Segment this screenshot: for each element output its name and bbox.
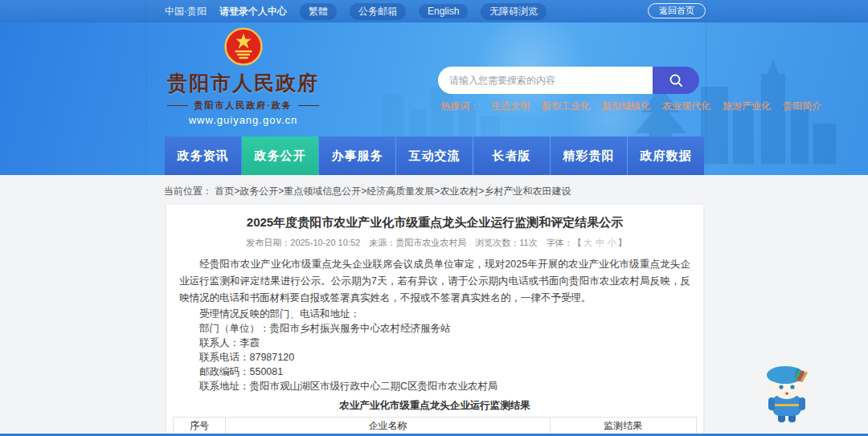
national-emblem-icon xyxy=(224,27,263,66)
hot-search-link-6[interactable]: 贵阳简介 xyxy=(783,100,821,113)
hot-search-link-5[interactable]: 旅游产业化 xyxy=(723,100,771,113)
page-column-right-edge xyxy=(706,0,706,175)
article-paragraph: 经贵阳市农业产业化市级重点龙头企业联席会议成员单位审定，现对2025年开展的农业… xyxy=(179,256,690,307)
topbar-links: 中国·贵阳 请登录个人中心 繁體 公务邮箱 English 无障碍浏览 xyxy=(165,0,547,22)
login-link[interactable]: 请登录个人中心 xyxy=(219,5,287,18)
site-url: www.guiyang.gov.cn xyxy=(165,114,321,126)
col-header-index: 序号 xyxy=(174,418,226,435)
font-size-large-button[interactable]: 大 xyxy=(583,238,592,247)
article-source: 来源：贵阳市农业农村局 xyxy=(369,238,466,247)
top-utility-bar: 中国·贵阳 请登录个人中心 繁體 公务邮箱 English 无障碍浏览 返回首页 xyxy=(0,0,868,22)
breadcrumb-path[interactable]: 首页>政务公开>重点领域信息公开>经济高质量发展>农业农村>乡村产业和农田建设 xyxy=(215,185,571,197)
nav-item-gov-data[interactable]: 政府数据 xyxy=(628,137,704,175)
tagline-right-rule xyxy=(298,105,319,106)
nav-item-highlights[interactable]: 精彩贵阳 xyxy=(551,137,627,175)
font-bracket-open: 【 xyxy=(573,238,582,247)
hot-search-label: 热搜词： xyxy=(440,100,479,113)
font-size-medium-button[interactable]: 中 xyxy=(596,238,604,247)
search-icon xyxy=(668,72,684,88)
article-body: 经贵阳市农业产业化市级重点龙头企业联席会议成员单位审定，现对2025年开展的农业… xyxy=(179,256,690,393)
hot-search-link-3[interactable]: 新型城镇化 xyxy=(602,100,650,113)
nav-item-news[interactable]: 政务资讯 xyxy=(165,137,241,175)
contact-address-line: 联系地址：贵阳市观山湖区市级行政中心二期C区贵阳市农业农村局 xyxy=(179,379,690,393)
region-link[interactable]: 中国·贵阳 xyxy=(165,5,207,18)
publish-date: 发布日期：2025-10-20 10:52 xyxy=(246,238,360,247)
traditional-chinese-link[interactable]: 繁體 xyxy=(300,3,337,20)
search-input[interactable] xyxy=(438,67,653,94)
contact-phone-line: 联系电话：87987120 xyxy=(179,350,690,365)
view-count: 浏览次数：11次 xyxy=(475,238,537,247)
assistant-mascot-icon[interactable] xyxy=(762,361,812,426)
page-column-left-edge xyxy=(145,0,146,175)
font-bracket-close: 】 xyxy=(618,238,627,247)
accessibility-link[interactable]: 无障碍浏览 xyxy=(481,3,547,20)
article-card: 2025年度贵阳市农业产业化市级重点龙头企业运行监测和评定结果公示 发布日期：2… xyxy=(166,205,703,436)
nav-item-services[interactable]: 办事服务 xyxy=(319,137,395,175)
site-tagline-row: 贵阳市人民政府·政务 xyxy=(165,100,321,112)
site-tagline: 贵阳市人民政府·政务 xyxy=(194,100,293,112)
nav-item-senior-version[interactable]: 长者版 xyxy=(473,137,550,175)
hot-search-link-2[interactable]: 新型工业化 xyxy=(542,100,590,113)
breadcrumb: 当前位置： 首页>政务公开>重点领域信息公开>经济高质量发展>农业农村>乡村产业… xyxy=(164,185,571,198)
monitor-table-caption: 农业产业化市级重点龙头企业运行监测结果 xyxy=(166,399,703,413)
hot-search-row: 热搜词： 生态文明 新型工业化 新型城镇化 农业现代化 旅游产业化 贵阳简介 xyxy=(440,100,821,113)
article-title: 2025年度贵阳市农业产业化市级重点龙头企业运行监测和评定结果公示 xyxy=(202,215,668,230)
official-mail-link[interactable]: 公务邮箱 xyxy=(350,3,406,20)
font-size-label: 字体： xyxy=(547,238,573,247)
contact-person-line: 联系人：李霞 xyxy=(179,336,690,350)
english-link[interactable]: English xyxy=(419,4,468,18)
search-button[interactable] xyxy=(653,67,699,94)
font-size-small-button[interactable]: 小 xyxy=(608,238,616,247)
tagline-left-rule xyxy=(167,105,188,106)
contact-postcode-line: 邮政编码：550081 xyxy=(179,365,690,379)
site-logo-block[interactable]: 贵阳市人民政府 贵阳市人民政府·政务 www.guiyang.gov.cn xyxy=(165,27,321,126)
nav-item-gov-disclosure[interactable]: 政务公开 xyxy=(242,137,318,175)
col-header-result: 监测结果 xyxy=(550,418,696,435)
contact-department-line: 部门（单位）：贵阳市乡村振兴服务中心农村经济服务站 xyxy=(179,321,690,336)
article-meta: 发布日期：2025-10-20 10:52 来源：贵阳市农业农村局 浏览次数：1… xyxy=(166,237,703,249)
hot-search-link-1[interactable]: 生态文明 xyxy=(491,100,530,113)
nav-item-interaction[interactable]: 互动交流 xyxy=(396,137,473,175)
main-navigation: 政务资讯 政务公开 办事服务 互动交流 长者版 精彩贵阳 政府数据 xyxy=(165,137,704,175)
col-header-company: 企业名称 xyxy=(226,418,551,435)
back-home-button[interactable]: 返回首页 xyxy=(648,3,706,18)
breadcrumb-label: 当前位置： xyxy=(164,185,212,197)
hot-search-link-4[interactable]: 农业现代化 xyxy=(662,100,710,113)
contact-intro-line: 受理情况反映的部门、电话和地址： xyxy=(179,307,690,321)
table-header-row: 序号 企业名称 监测结果 xyxy=(174,418,697,435)
site-name: 贵阳市人民政府 xyxy=(165,70,321,96)
